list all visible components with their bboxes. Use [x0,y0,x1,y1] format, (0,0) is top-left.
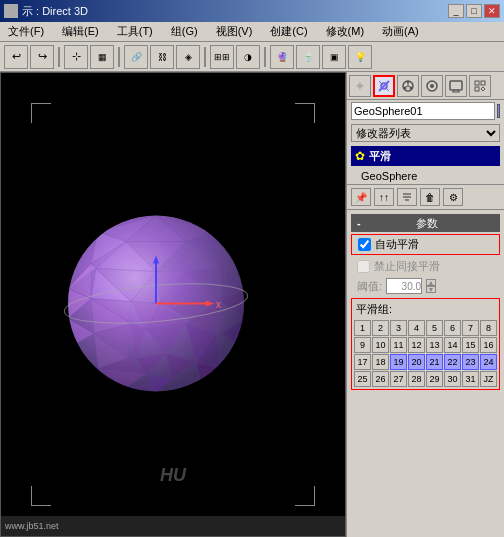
main-content: x HU www.jb51.net ✦ [0,72,504,537]
sg-btn-30[interactable]: 30 [444,371,461,387]
sg-btn-6[interactable]: 6 [444,320,461,336]
sg-btn-2[interactable]: 2 [372,320,389,336]
sg-btn-3[interactable]: 3 [390,320,407,336]
tb-render-btn[interactable]: 🍵 [296,45,320,69]
params-minus[interactable]: - [357,217,361,229]
sg-btn-17[interactable]: 17 [354,354,371,370]
smoothing-groups-section: 平滑组: 12345678910111213141516171819202122… [351,298,500,390]
auto-smooth-label: 自动平滑 [375,237,419,252]
delete-modifier-btn[interactable]: 🗑 [420,188,440,206]
sg-btn-4[interactable]: 4 [408,320,425,336]
menu-bar: 文件(F) 编辑(E) 工具(T) 组(G) 视图(V) 创建(C) 修改(M)… [0,22,504,42]
rp-modify-btn[interactable] [373,75,395,97]
menu-view[interactable]: 视图(V) [212,23,257,40]
tb-link-btn[interactable]: 🔗 [124,45,148,69]
sg-btn-10[interactable]: 10 [372,337,389,353]
threshold-label: 阈值: [357,279,382,294]
sg-btn-28[interactable]: 28 [408,371,425,387]
rp-utils-btn[interactable] [469,75,491,97]
sg-btn-18[interactable]: 18 [372,354,389,370]
sg-btn-15[interactable]: 15 [462,337,479,353]
menu-file[interactable]: 文件(F) [4,23,48,40]
svg-line-54 [406,86,409,87]
modifier-stack-active[interactable]: ✿ 平滑 [351,146,500,166]
sg-btn-8[interactable]: 8 [480,320,497,336]
menu-tools[interactable]: 工具(T) [113,23,157,40]
threshold-input[interactable] [386,278,422,294]
move-down-btn[interactable] [397,188,417,206]
tb-unlink-btn[interactable]: ⛓ [150,45,174,69]
sg-btn-25[interactable]: 25 [354,371,371,387]
viewport[interactable]: x HU www.jb51.net [0,72,346,537]
menu-modify[interactable]: 修改(M) [322,23,369,40]
sg-btn-20[interactable]: 20 [408,354,425,370]
object-name-input[interactable] [351,102,495,120]
sg-btn-1[interactable]: 1 [354,320,371,336]
sg-btn-27[interactable]: 27 [390,371,407,387]
sg-btn-21[interactable]: 21 [426,354,443,370]
tb-objects-btn[interactable]: ⊞⊞ [210,45,234,69]
tb-region-btn[interactable]: ▦ [90,45,114,69]
threshold-down-btn[interactable]: ▼ [426,286,436,293]
sphere-3d: x [56,203,256,406]
svg-point-50 [407,80,410,83]
pin-btn[interactable]: 📌 [351,188,371,206]
prevent-smooth-checkbox[interactable] [357,260,370,273]
sg-btn-23[interactable]: 23 [462,354,479,370]
tb-material-btn[interactable]: 🔮 [270,45,294,69]
sg-btn-26[interactable]: 26 [372,371,389,387]
move-up-btn[interactable]: ↑↑ [374,188,394,206]
smoothing-groups-grid: 1234567891011121314151617181920212223242… [354,320,497,387]
title-bar: 示 : Direct 3D _ □ ✕ [0,0,504,22]
modifier-stack-geosphere[interactable]: GeoSphere [347,168,504,184]
sg-btn-5[interactable]: 5 [426,320,443,336]
menu-animation[interactable]: 动画(A) [378,23,423,40]
minimize-button[interactable]: _ [448,4,464,18]
tb-redo-btn[interactable]: ↪ [30,45,54,69]
svg-rect-58 [450,81,462,90]
svg-rect-64 [475,87,479,91]
tb-select-btn[interactable]: ⊹ [64,45,88,69]
sg-btn-7[interactable]: 7 [462,320,479,336]
close-button[interactable]: ✕ [484,4,500,18]
menu-edit[interactable]: 编辑(E) [58,23,103,40]
tb-undo-btn[interactable]: ↩ [4,45,28,69]
sg-btn-12[interactable]: 12 [408,337,425,353]
svg-line-55 [408,86,411,87]
auto-smooth-checkbox[interactable] [358,238,371,251]
rp-create-btn[interactable]: ✦ [349,75,371,97]
sg-btn-31[interactable]: 31 [462,371,479,387]
config-btn[interactable]: ⚙ [443,188,463,206]
threshold-spinner: ▲ ▼ [426,279,436,293]
object-color-box[interactable] [497,104,500,118]
tb-render2-btn[interactable]: ▣ [322,45,346,69]
sg-btn-13[interactable]: 13 [426,337,443,353]
sg-btn-29[interactable]: 29 [426,371,443,387]
tb-bind-btn[interactable]: ◈ [176,45,200,69]
tb-separator-2 [118,47,120,67]
svg-rect-63 [481,81,485,85]
tb-separator-3 [204,47,206,67]
sg-btn-16[interactable]: 16 [480,337,497,353]
modifier-dropdown[interactable]: 修改器列表 [351,124,500,142]
sg-btn-9[interactable]: 9 [354,337,371,353]
restore-button[interactable]: □ [466,4,482,18]
sphere-area: x HU www.jb51.net [1,73,345,536]
params-header[interactable]: - 参数 [351,214,500,232]
tb-mirror-btn[interactable]: ◑ [236,45,260,69]
sg-btn-14[interactable]: 14 [444,337,461,353]
menu-group[interactable]: 组(G) [167,23,202,40]
rp-motion-btn[interactable] [421,75,443,97]
threshold-up-btn[interactable]: ▲ [426,279,436,286]
menu-create[interactable]: 创建(C) [266,23,311,40]
sg-btn-19[interactable]: 19 [390,354,407,370]
tb-lights-btn[interactable]: 💡 [348,45,372,69]
sg-btn-11[interactable]: 11 [390,337,407,353]
smoothing-groups-header: 平滑组: [354,301,497,318]
rp-hierarchy-btn[interactable] [397,75,419,97]
sg-btn-22[interactable]: 22 [444,354,461,370]
sg-btn-JZ[interactable]: JZ [480,371,497,387]
rp-display-btn[interactable] [445,75,467,97]
main-toolbar: ↩ ↪ ⊹ ▦ 🔗 ⛓ ◈ ⊞⊞ ◑ 🔮 🍵 ▣ 💡 [0,42,504,72]
sg-btn-24[interactable]: 24 [480,354,497,370]
